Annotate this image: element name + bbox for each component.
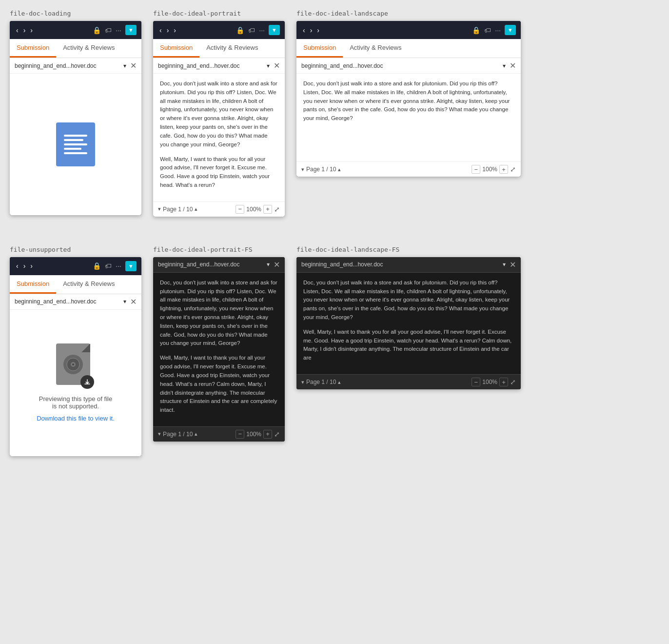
zoom-in-btn-landscape-fs[interactable]: + [499,378,508,386]
page-info-portrait-fs: Page 1 / 10 [163,431,193,438]
forward-arrow-l[interactable]: › [309,25,314,35]
page-down-icon-pfs[interactable]: ▾ [158,431,161,437]
dropdown-button[interactable]: ▾ [125,25,137,35]
page-up-icon-lfs[interactable]: ▴ [338,379,341,385]
refresh-arrow-p[interactable]: › [172,25,177,35]
file-bar-portrait-fs: beginning_and_end...hover.doc ▾ ✕ [153,257,285,273]
loading-lines [64,135,87,154]
more-icon-l[interactable]: ··· [495,26,501,34]
page-up-icon[interactable]: ▴ [195,206,197,212]
cell-file-doc-loading: file-doc-loading ‹ › › 🔒 🏷 ··· ▾ Submiss… [10,10,141,215]
tag-icon-l: 🏷 [484,26,491,34]
file-bar-landscape: beginning_and_end...hover.doc ▾ ✕ [296,58,521,74]
tab-submission-portrait[interactable]: Submission [153,39,199,58]
doc-para-2-portrait-fs: Well, Marty, I want to thank you for all… [160,354,278,415]
page-down-icon[interactable]: ▾ [158,206,161,212]
doc-para-2-portrait: Well, Marty, I want to thank you for all… [160,155,278,190]
back-arrow-u[interactable]: ‹ [15,261,20,271]
file-close-unsupported[interactable]: ✕ [130,297,137,306]
file-select-landscape-fs[interactable]: beginning_and_end...hover.doc ▾ [301,261,506,268]
file-select-unsupported[interactable]: beginning_and_end...hover.doc ▾ [15,298,126,305]
file-close-portrait-fs[interactable]: ✕ [274,260,280,269]
zoom-out-btn-portrait[interactable]: − [236,205,244,214]
file-icon-body [56,343,90,385]
frame-portrait-fs: beginning_and_end...hover.doc ▾ ✕ Doc, y… [153,257,285,442]
back-arrow-l[interactable]: ‹ [301,25,307,35]
tab-submission-landscape[interactable]: Submission [296,39,343,58]
page-up-icon-l[interactable]: ▴ [338,166,341,173]
zoom-out-btn-landscape-fs[interactable]: − [472,378,480,386]
page-controls-landscape-fs: ▾ Page 1 / 10 ▴ [301,379,341,385]
tab-activity-loading[interactable]: Activity & Reviews [56,39,121,58]
forward-arrow-u[interactable]: › [22,261,27,271]
page-down-icon-lfs[interactable]: ▾ [301,379,304,385]
zoom-controls-portrait: − 100% + ⤢ [236,205,280,214]
page-bar-portrait-fs: ▾ Page 1 / 10 ▴ − 100% + ⤢ [153,426,285,442]
tab-submission-unsupported[interactable]: Submission [10,275,56,294]
more-icon[interactable]: ··· [116,26,121,34]
zoom-in-btn-landscape[interactable]: + [499,165,508,174]
dropdown-button-u[interactable]: ▾ [125,261,137,271]
file-icon-corner [81,343,90,352]
loading-file-icon [56,122,95,166]
download-link[interactable]: Download this file to view it. [37,415,115,422]
more-icon-u[interactable]: ··· [116,262,121,270]
doc-content-landscape-fs: Doc, you don't just walk into a store an… [296,273,521,374]
tab-activity-unsupported[interactable]: Activity & Reviews [56,275,121,294]
zoom-in-btn-portrait-fs[interactable]: + [263,430,272,439]
file-close-loading[interactable]: ✕ [130,61,137,70]
tabs-unsupported: Submission Activity & Reviews [10,275,141,294]
tab-activity-landscape[interactable]: Activity & Reviews [343,39,408,58]
zoom-level-landscape-fs: 100% [482,379,497,385]
frame-unsupported: ‹ › › 🔒 🏷 ··· ▾ Submission Activity & Re… [10,257,141,456]
expand-btn-portrait-fs[interactable]: ⤢ [274,430,280,438]
file-dropdown-arrow: ▾ [123,62,126,69]
filename-portrait: beginning_and_end...hover.doc [158,62,239,69]
cell-file-unsupported: file-unsupported ‹ › › 🔒 🏷 ··· ▾ Submiss… [10,246,141,456]
file-select-loading[interactable]: beginning_and_end...hover.doc ▾ [15,62,126,69]
tag-icon-p: 🏷 [248,26,255,34]
file-close-landscape-fs[interactable]: ✕ [510,260,516,269]
refresh-arrow-l[interactable]: › [315,25,321,35]
file-select-portrait-fs[interactable]: beginning_and_end...hover.doc ▾ [158,261,270,268]
forward-arrow-p[interactable]: › [165,25,171,35]
nav-arrows-unsupported: ‹ › › [15,261,34,271]
file-select-landscape[interactable]: beginning_and_end...hover.doc ▾ [301,62,506,69]
zoom-level-landscape: 100% [482,166,497,173]
file-bar-landscape-fs: beginning_and_end...hover.doc ▾ ✕ [296,257,521,273]
refresh-arrow[interactable]: › [29,25,34,35]
back-arrow-p[interactable]: ‹ [158,25,163,35]
tab-submission-loading[interactable]: Submission [10,39,56,58]
back-arrow[interactable]: ‹ [15,25,20,35]
expand-btn-portrait[interactable]: ⤢ [274,205,280,213]
frame-loading: ‹ › › 🔒 🏷 ··· ▾ Submission Activity & Re… [10,21,141,215]
cell-file-doc-landscape: file-doc-ideal-landscape ‹ › › 🔒 🏷 ··· ▾… [296,10,521,177]
page-up-icon-pfs[interactable]: ▴ [195,431,197,437]
loading-line-4 [64,148,81,150]
expand-btn-landscape-fs[interactable]: ⤢ [510,378,516,386]
zoom-out-btn-landscape[interactable]: − [472,165,480,174]
doc-para-1-portrait-fs: Doc, you don't just walk into a store an… [160,279,278,348]
page-controls-portrait-fs: ▾ Page 1 / 10 ▴ [158,431,197,438]
file-dropdown-arrow-lfs: ▾ [503,261,506,268]
dropdown-button-p[interactable]: ▾ [269,25,280,35]
file-close-portrait[interactable]: ✕ [274,61,280,70]
expand-btn-landscape[interactable]: ⤢ [510,165,516,173]
page-bar-landscape-fs: ▾ Page 1 / 10 ▴ − 100% + ⤢ [296,374,521,389]
file-dropdown-arrow-p: ▾ [267,62,270,69]
page-down-icon-l[interactable]: ▾ [301,166,304,173]
zoom-in-btn-portrait[interactable]: + [263,205,272,214]
nav-arrows-portrait: ‹ › › [158,25,177,35]
file-dropdown-arrow-u: ▾ [123,298,126,305]
refresh-arrow-u[interactable]: › [29,261,34,271]
tab-activity-portrait[interactable]: Activity & Reviews [199,39,265,58]
forward-arrow[interactable]: › [22,25,27,35]
zoom-out-btn-portrait-fs[interactable]: − [236,430,244,439]
file-close-landscape[interactable]: ✕ [510,61,516,70]
page-info-landscape-fs: Page 1 / 10 [306,379,336,385]
dropdown-button-l[interactable]: ▾ [505,25,516,35]
disc-icon [66,358,80,371]
file-dropdown-arrow-l: ▾ [503,62,506,69]
more-icon-p[interactable]: ··· [259,26,265,34]
file-select-portrait[interactable]: beginning_and_end...hover.doc ▾ [158,62,270,69]
